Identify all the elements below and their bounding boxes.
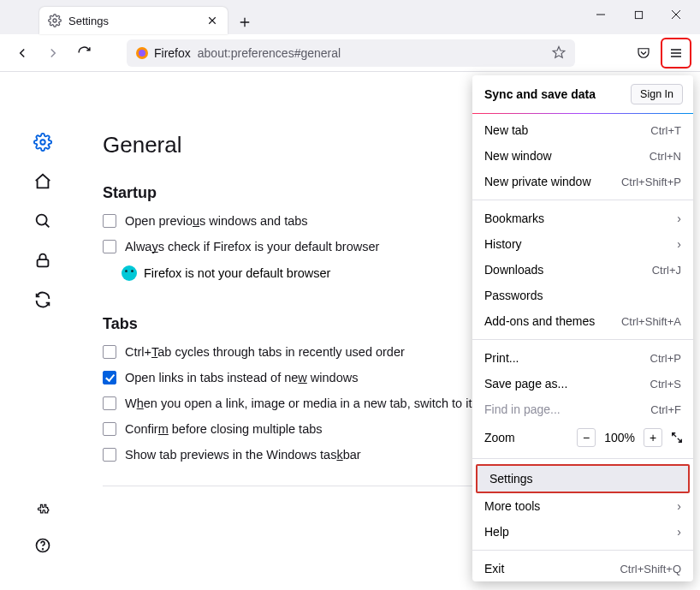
sidebar-general-icon[interactable]	[33, 132, 53, 152]
sidebar-search-icon[interactable]	[33, 211, 53, 231]
svg-point-4	[40, 140, 45, 145]
ctrl-tab-label: Ctrl+Tab cycles through tabs in recently…	[125, 345, 405, 359]
taskbar-preview-checkbox[interactable]	[103, 448, 116, 462]
identity-box[interactable]: Firefox	[135, 46, 191, 60]
ctrl-tab-checkbox[interactable]	[103, 345, 116, 359]
menu-save-as[interactable]: Save page as...Ctrl+S	[472, 371, 693, 396]
url-bar[interactable]: Firefox about:preferences#general	[127, 39, 575, 67]
fullscreen-button[interactable]	[671, 432, 683, 444]
zoom-out-button[interactable]: −	[577, 428, 596, 447]
menu-help[interactable]: Help›	[472, 519, 693, 545]
firefox-logo-icon	[135, 46, 149, 60]
sidebar-help-icon[interactable]	[33, 535, 53, 556]
close-window-button[interactable]	[657, 0, 695, 29]
menu-addons[interactable]: Add-ons and themesCtrl+Shift+A	[472, 308, 693, 334]
menu-print[interactable]: Print...Ctrl+P	[472, 345, 693, 371]
check-default-checkbox[interactable]	[103, 240, 116, 253]
bookmark-star-icon[interactable]	[551, 45, 567, 61]
open-links-tabs-label: Open links in tabs instead of new window…	[125, 371, 358, 384]
sidebar-privacy-icon[interactable]	[33, 250, 53, 271]
switch-to-tab-checkbox[interactable]	[103, 396, 116, 410]
preferences-sidebar	[0, 72, 86, 590]
menu-downloads[interactable]: DownloadsCtrl+J	[472, 257, 693, 283]
zoom-in-button[interactable]: +	[644, 428, 662, 447]
minimize-button[interactable]	[582, 0, 620, 29]
menu-exit[interactable]: ExitCtrl+Shift+Q	[472, 556, 693, 581]
nav-toolbar: Firefox about:preferences#general	[0, 34, 700, 72]
menu-find[interactable]: Find in page...Ctrl+F	[472, 396, 693, 422]
app-menu: Sync and save data Sign In New tabCtrl+T…	[472, 75, 693, 581]
url-text: about:preferences#general	[198, 46, 544, 60]
forward-button[interactable]	[39, 39, 67, 67]
restore-session-checkbox[interactable]	[103, 214, 116, 228]
taskbar-preview-label: Show tab previews in the Windows taskbar	[125, 448, 361, 462]
titlebar: Settings	[0, 0, 700, 34]
close-tab-icon[interactable]	[205, 14, 219, 27]
menu-settings[interactable]: Settings	[476, 464, 690, 493]
confirm-close-label: Confirm before closing multiple tabs	[125, 422, 323, 436]
confirm-close-checkbox[interactable]	[103, 422, 116, 436]
reload-button[interactable]	[70, 39, 98, 67]
svg-rect-1	[635, 11, 642, 18]
menu-new-tab[interactable]: New tabCtrl+T	[472, 117, 693, 143]
browser-tab[interactable]: Settings	[39, 7, 228, 34]
menu-new-private-window[interactable]: New private windowCtrl+Shift+P	[472, 169, 693, 194]
pocket-button[interactable]	[630, 39, 657, 67]
menu-more-tools[interactable]: More tools›	[472, 493, 693, 519]
sad-face-icon	[122, 265, 137, 281]
menu-sync-title: Sync and save data	[484, 87, 596, 101]
check-default-label: Always check if Firefox is your default …	[125, 240, 379, 253]
open-links-tabs-checkbox[interactable]	[103, 371, 116, 384]
svg-point-0	[53, 19, 56, 22]
tab-title: Settings	[68, 15, 205, 27]
svg-point-8	[43, 549, 44, 550]
back-button[interactable]	[9, 39, 36, 67]
app-menu-button[interactable]	[664, 41, 688, 65]
menu-gradient-divider	[472, 113, 693, 114]
sign-in-button[interactable]: Sign In	[631, 84, 683, 104]
sidebar-sync-icon[interactable]	[33, 289, 53, 310]
sidebar-home-icon[interactable]	[33, 171, 53, 192]
app-menu-highlight	[661, 38, 691, 69]
url-label: Firefox	[154, 46, 191, 60]
gear-icon	[48, 14, 62, 27]
maximize-button[interactable]	[620, 0, 657, 29]
new-tab-button[interactable]	[233, 10, 257, 34]
window-controls	[582, 0, 695, 34]
svg-rect-6	[38, 259, 49, 266]
zoom-level: 100%	[604, 431, 635, 444]
restore-session-label: Open previous windows and tabs	[125, 214, 308, 228]
menu-new-window[interactable]: New windowCtrl+N	[472, 143, 693, 169]
menu-bookmarks[interactable]: Bookmarks›	[472, 206, 693, 231]
menu-passwords[interactable]: Passwords	[472, 283, 693, 308]
sidebar-extensions-icon[interactable]	[33, 499, 53, 520]
svg-point-3	[139, 50, 145, 57]
menu-history[interactable]: History›	[472, 231, 693, 257]
menu-zoom-row: Zoom − 100% +	[472, 422, 693, 453]
